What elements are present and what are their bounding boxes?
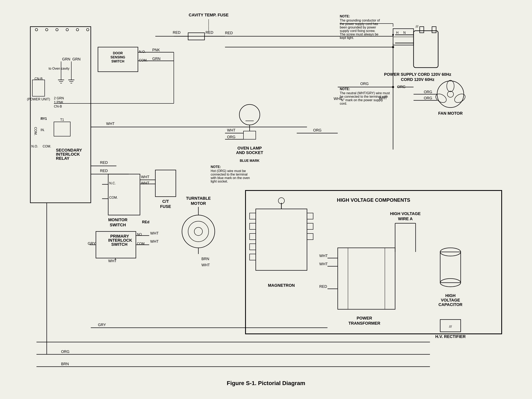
svg-text:cord.: cord. — [340, 102, 347, 105]
svg-text:VOLTAGE: VOLTAGE — [441, 298, 460, 302]
svg-text:POWER SUPPLY CORD 120V 60Hz: POWER SUPPLY CORD 120V 60Hz — [384, 72, 451, 77]
svg-text:supply cord fixing screw.: supply cord fixing screw. — [340, 29, 375, 32]
diagram-area: H N /// POWER SUPPLY CORD 120V 60Hz CORD… — [20, 6, 512, 379]
svg-text:BLUE MARK: BLUE MARK — [240, 159, 260, 162]
svg-text:N.O.: N.O. — [31, 145, 38, 148]
svg-text:SWITCH: SWITCH — [111, 242, 127, 247]
svg-text:BRN: BRN — [61, 362, 69, 366]
main-container: H N /// POWER SUPPLY CORD 120V 60Hz CORD… — [0, 0, 532, 399]
svg-text:HIGH: HIGH — [445, 293, 456, 298]
svg-text:WIRE A: WIRE A — [398, 217, 412, 221]
svg-text:REd: REd — [142, 220, 149, 224]
svg-text:N.C.: N.C. — [109, 181, 116, 185]
svg-text:The neutral (WHT/GRY) wire mus: The neutral (WHT/GRY) wire must — [340, 91, 390, 95]
svg-text:"N" mark on the power supply: "N" mark on the power supply — [340, 98, 383, 102]
svg-text:The grounding conductor of: The grounding conductor of — [340, 19, 380, 22]
svg-point-216 — [392, 46, 394, 48]
svg-text:COM.: COM. — [109, 196, 118, 199]
svg-text:GRN: GRN — [152, 57, 160, 61]
svg-text:AND SOCKET: AND SOCKET — [236, 150, 263, 155]
svg-text:H: H — [396, 31, 399, 34]
svg-text:WHT: WHT — [319, 262, 328, 266]
svg-text:C/T: C/T — [162, 199, 169, 204]
svg-text:CN-B: CN-B — [54, 105, 62, 108]
svg-text:SWITCH: SWITCH — [110, 223, 126, 227]
svg-text:FAN MOTOR: FAN MOTOR — [438, 111, 463, 116]
svg-text:WHT: WHT — [379, 96, 387, 100]
svg-text:COM.: COM. — [34, 127, 37, 136]
svg-text:N: N — [403, 31, 406, 34]
svg-text:ORG: ORG — [313, 128, 322, 132]
caption-area: Figure S-1. Pictorial Diagram — [227, 380, 305, 387]
svg-text:WHT: WHT — [141, 175, 149, 179]
svg-text:PRIMARY: PRIMARY — [110, 234, 129, 238]
svg-text:OVEN LAMP: OVEN LAMP — [238, 146, 262, 150]
svg-text:RED: RED — [173, 31, 181, 35]
svg-text:INTERLOCK: INTERLOCK — [56, 152, 80, 156]
svg-text:CAVITY TEMP. FUSE: CAVITY TEMP. FUSE — [189, 13, 228, 17]
svg-text:ORG: ORG — [360, 82, 369, 86]
svg-text:WHT: WHT — [227, 128, 235, 132]
svg-text:NOTE:: NOTE: — [340, 15, 350, 18]
svg-text:RELAY: RELAY — [56, 156, 70, 161]
svg-text:kept tight.: kept tight. — [340, 36, 354, 39]
svg-text:MONITOR: MONITOR — [108, 218, 128, 222]
svg-text:SENSING: SENSING — [110, 56, 125, 59]
svg-text:MAGNETRON: MAGNETRON — [268, 283, 295, 287]
svg-text:///: /// — [416, 25, 418, 28]
svg-text:light socket.: light socket. — [211, 180, 228, 183]
svg-text:RED: RED — [100, 161, 108, 165]
svg-text:POWER: POWER — [357, 316, 372, 320]
svg-text:WHT: WHT — [141, 181, 149, 185]
svg-text:///: /// — [449, 325, 452, 328]
svg-text:been grounded by power: been grounded by power — [340, 26, 376, 29]
svg-text:T1: T1 — [60, 118, 64, 121]
svg-text:connected to the terminal: connected to the terminal — [211, 173, 247, 176]
svg-text:N.O.: N.O. — [139, 50, 146, 53]
svg-text:FUSE: FUSE — [160, 204, 171, 209]
svg-text:with blue mark on the oven: with blue mark on the oven — [210, 176, 250, 180]
svg-text:HIGH VOLTAGE: HIGH VOLTAGE — [390, 211, 420, 216]
svg-text:RED: RED — [319, 285, 327, 289]
svg-text:TURNTABLE: TURNTABLE — [186, 196, 211, 200]
diagram-caption: Figure S-1. Pictorial Diagram — [227, 380, 305, 386]
svg-text:the power supply cord has: the power supply cord has — [340, 22, 378, 26]
svg-text:WHT: WHT — [319, 254, 328, 258]
svg-text:TRANSFORMER: TRANSFORMER — [348, 321, 380, 325]
svg-text:DOOR: DOOR — [113, 51, 123, 55]
svg-text:ORG: ORG — [227, 135, 235, 139]
svg-text:CAPACITOR: CAPACITOR — [438, 302, 462, 307]
svg-text:NOTE:: NOTE: — [211, 165, 221, 168]
svg-text:RED: RED — [100, 169, 108, 173]
svg-text:WHT: WHT — [334, 97, 342, 101]
svg-text:WHT: WHT — [150, 231, 159, 235]
svg-text:CN-B: CN-B — [34, 77, 42, 81]
svg-text:H.V. RECTIFIER: H.V. RECTIFIER — [435, 334, 466, 339]
svg-point-217 — [392, 86, 394, 88]
svg-text:HIGH VOLTAGE COMPONENTS: HIGH VOLTAGE COMPONENTS — [337, 197, 410, 203]
svg-text:2 GRN: 2 GRN — [54, 96, 64, 100]
svg-text:CORD 120V 60Hz: CORD 120V 60Hz — [401, 77, 434, 82]
svg-text:SECONDARY: SECONDARY — [56, 148, 82, 152]
svg-text:(POWER UNIT): (POWER UNIT) — [27, 98, 50, 101]
svg-text:to Oven cavity: to Oven cavity — [49, 67, 69, 70]
svg-text:COM.: COM. — [43, 145, 51, 148]
svg-point-22 — [392, 34, 394, 36]
svg-text:WHT: WHT — [150, 239, 159, 243]
svg-text:PNK: PNK — [152, 48, 160, 52]
svg-text:SWITCH: SWITCH — [111, 60, 124, 63]
svg-text:ORG: ORG — [424, 96, 432, 100]
svg-text:GRY: GRY — [98, 323, 106, 327]
svg-text:RED: RED — [225, 31, 233, 35]
svg-text:COM.: COM. — [139, 59, 147, 62]
svg-text:The screw must always be: The screw must always be — [340, 32, 379, 36]
svg-text:GRN: GRN — [72, 57, 81, 61]
svg-text:ORG: ORG — [424, 90, 432, 94]
svg-text:ORG: ORG — [61, 350, 70, 354]
svg-text:GRN: GRN — [62, 57, 70, 61]
svg-text:MOTOR: MOTOR — [191, 201, 206, 206]
svg-text:NOTE:: NOTE: — [340, 87, 350, 91]
svg-text:WHT: WHT — [202, 263, 210, 267]
svg-text:WHT: WHT — [106, 122, 114, 126]
svg-text:RED: RED — [206, 31, 213, 35]
